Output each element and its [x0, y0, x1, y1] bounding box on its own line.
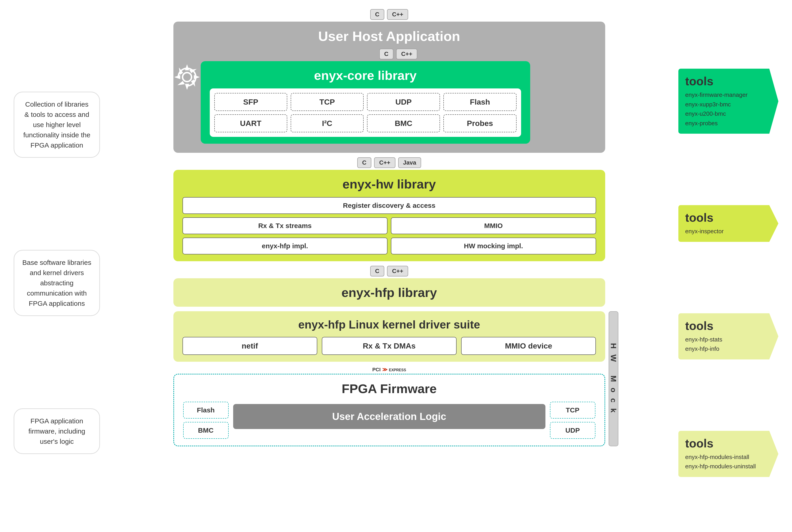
desc-hw-library-text: Base software libraries and kernel drive… [22, 259, 91, 307]
right-tools: tools enyx-firmware-managerenyx-xupp3r-b… [674, 9, 783, 523]
hw-badge-java: Java [398, 157, 421, 168]
hw-module-mocking: HW mocking impl. [391, 238, 596, 254]
top-lang-badges: C C++ [370, 9, 408, 20]
desc-core-library: Collection of libraries & tools to acces… [14, 92, 100, 158]
hw-library-section: C C++ Java enyx-hw library Register disc… [173, 157, 605, 261]
fpga-module-udp: UDP [550, 422, 595, 439]
tools-kernel-items: enyx-hfp-modules-installenyx-hfp-modules… [685, 452, 772, 471]
tools-kernel-title: tools [685, 437, 772, 450]
hfp-badge-c: C [370, 266, 385, 277]
fpga-section: PCI ≫ EXPRESS FPGA Firmware Flash BMC [173, 366, 605, 446]
hw-badge-c: C [357, 157, 371, 168]
tools-box-hfp: tools enyx-hfp-statsenyx-hfp-info [678, 313, 778, 359]
hfp-library-badges: C C++ [173, 266, 605, 277]
enyx-hw-title: enyx-hw library [182, 177, 596, 191]
tools-hfp-title: tools [685, 319, 772, 332]
hw-module-hfp-impl: enyx-hfp impl. [182, 238, 388, 254]
core-library-badges: C C++ [201, 49, 596, 59]
desc-hw-library: Base software libraries and kernel drive… [14, 250, 100, 316]
kernel-driver-title: enyx-hfp Linux kernel driver suite [182, 318, 596, 331]
kernel-module-mmio: MMIO device [461, 337, 596, 355]
core-module-udp: UDP [367, 93, 440, 111]
fpga-module-flash: Flash [183, 402, 229, 419]
hfp-badge-cpp: C++ [387, 266, 408, 277]
lang-badge-c: C [370, 9, 385, 20]
user-host-app-box: User Host Application [173, 22, 605, 153]
tools-hw-title: tools [685, 211, 772, 224]
hw-badge-cpp: C++ [374, 157, 395, 168]
pci-express-badge: PCI ≫ EXPRESS [173, 366, 605, 373]
left-descriptions: Collection of libraries & tools to acces… [9, 9, 104, 523]
hw-module-rx-tx: Rx & Tx streams [182, 217, 388, 234]
core-module-bmc: BMC [367, 114, 440, 132]
hw-mock-wrapper: enyx-hfp Linux kernel driver suite netif… [173, 311, 605, 446]
core-module-tcp: TCP [291, 93, 364, 111]
hw-mock-label: H W M o c k [609, 311, 618, 446]
core-module-uart: UART [214, 114, 287, 132]
tools-hfp-items: enyx-hfp-statsenyx-hfp-info [685, 335, 772, 354]
hfp-library-section: C C++ enyx-hfp library [173, 266, 605, 307]
tools-box-hw: tools enyx-inspector [678, 205, 778, 242]
gear-icon [175, 64, 199, 90]
tools-core-title: tools [685, 74, 772, 88]
tools-box-kernel: tools enyx-hfp-modules-installenyx-hfp-m… [678, 431, 778, 477]
kernel-module-dma: Rx & Tx DMAs [322, 337, 457, 355]
tools-core-items: enyx-firmware-managerenyx-xupp3r-bmcenyx… [685, 90, 772, 128]
fpga-left-col: Flash BMC [183, 402, 229, 439]
core-modules-grid: SFP TCP UDP Flash UART I²C BMC Probes [210, 89, 521, 137]
core-module-flash: Flash [443, 93, 516, 111]
enyx-core-title: enyx-core library [210, 68, 521, 83]
hw-module-register: Register discovery & access [182, 197, 596, 214]
kernel-modules-row: netif Rx & Tx DMAs MMIO device [182, 337, 596, 355]
desc-core-library-text: Collection of libraries & tools to acces… [23, 100, 90, 149]
hw-module-mmio: MMIO [391, 217, 596, 234]
desc-fpga-text: FPGA application firmware, including use… [28, 417, 85, 445]
kernel-driver-box: enyx-hfp Linux kernel driver suite netif… [173, 311, 605, 362]
core-module-probes: Probes [443, 114, 516, 132]
user-host-title: User Host Application [182, 28, 596, 44]
center-diagram: C C++ User Host Application [104, 9, 674, 523]
enyx-core-library-box: enyx-core library SFP TCP UDP Flash UART… [201, 61, 530, 144]
core-module-i2c: I²C [291, 114, 364, 132]
hw-library-badges: C C++ Java [173, 157, 605, 168]
fpga-module-tcp: TCP [550, 402, 595, 419]
enyx-hfp-library-box: enyx-hfp library [173, 278, 605, 307]
gear-area [173, 60, 201, 94]
core-badge-cpp: C++ [396, 49, 417, 59]
tools-hw-items: enyx-inspector [685, 227, 772, 236]
core-badge-c: C [379, 49, 393, 59]
main-container: Collection of libraries & tools to acces… [0, 0, 792, 532]
core-module-sfp: SFP [214, 93, 287, 111]
svg-point-0 [182, 73, 192, 82]
tools-box-core: tools enyx-firmware-managerenyx-xupp3r-b… [678, 69, 778, 134]
hw-mock-content: enyx-hfp Linux kernel driver suite netif… [173, 311, 605, 446]
desc-fpga: FPGA application firmware, including use… [14, 408, 100, 454]
fpga-right-col: TCP UDP [550, 402, 595, 439]
hw-modules: Register discovery & access Rx & Tx stre… [182, 197, 596, 254]
user-acceleration-logic: User Acceleration Logic [233, 404, 545, 429]
fpga-inner: Flash BMC User Acceleration Logic TCP UD… [183, 402, 595, 439]
fpga-title: FPGA Firmware [183, 381, 595, 396]
fpga-module-bmc: BMC [183, 422, 229, 439]
lang-badge-cpp: C++ [387, 9, 408, 20]
enyx-hw-library-box: enyx-hw library Register discovery & acc… [173, 170, 605, 261]
hw-module-row1: Rx & Tx streams MMIO [182, 217, 596, 234]
enyx-hfp-title: enyx-hfp library [182, 285, 596, 300]
kernel-module-netif: netif [182, 337, 317, 355]
hw-module-row2: enyx-hfp impl. HW mocking impl. [182, 238, 596, 254]
fpga-center: User Acceleration Logic [233, 402, 545, 439]
fpga-box: FPGA Firmware Flash BMC User Acceleratio… [173, 374, 605, 446]
